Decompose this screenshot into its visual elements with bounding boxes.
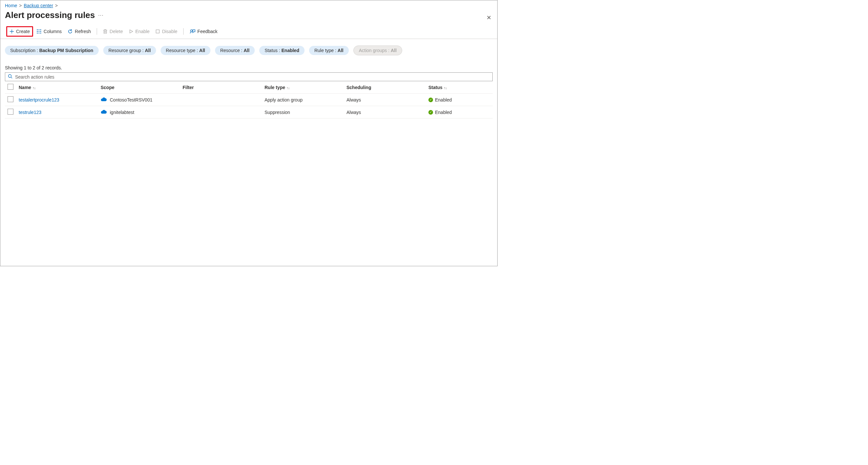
disable-button[interactable]: Disable bbox=[153, 28, 180, 35]
refresh-button[interactable]: Refresh bbox=[65, 28, 93, 35]
create-button[interactable]: Create bbox=[6, 26, 33, 37]
sort-icon: ↑↓ bbox=[286, 86, 289, 90]
sort-icon: ↑↓ bbox=[32, 86, 35, 90]
filter-value: All bbox=[338, 48, 344, 53]
table-header-row: Name↑↓ Scope Filter Rule type↑↓ Scheduli… bbox=[5, 81, 493, 94]
table-row[interactable]: testalertprocrule123 ContosoTestRSV001 A… bbox=[5, 94, 493, 106]
close-icon: ✕ bbox=[487, 14, 491, 21]
row-checkbox[interactable] bbox=[7, 109, 13, 114]
filter-rule-type[interactable]: Rule type : All bbox=[309, 46, 349, 55]
title-row: Alert processing rules ··· bbox=[0, 9, 497, 24]
feedback-label: Feedback bbox=[197, 29, 217, 34]
col-label: Name bbox=[19, 85, 31, 90]
filter-subscription[interactable]: Subscription : Backup PM Subscription bbox=[5, 46, 99, 55]
feedback-icon bbox=[189, 29, 195, 34]
rule-type-text: Apply action group bbox=[265, 97, 303, 102]
breadcrumb-backup-center[interactable]: Backup center bbox=[24, 3, 54, 8]
trash-icon bbox=[103, 29, 107, 34]
filter-value: All bbox=[145, 48, 151, 53]
scope-cell: ignitelabtest bbox=[101, 109, 177, 115]
status-text: Enabled bbox=[435, 97, 452, 102]
scope-text: ContosoTestRSV001 bbox=[110, 97, 152, 102]
col-label: Status bbox=[428, 85, 442, 90]
filter-value: All bbox=[199, 48, 205, 53]
svg-rect-0 bbox=[156, 30, 159, 33]
svg-point-2 bbox=[8, 75, 11, 77]
filter-value: Backup PM Subscription bbox=[39, 48, 93, 53]
filter-value: Enabled bbox=[282, 48, 299, 53]
close-button[interactable]: ✕ bbox=[487, 15, 491, 21]
scheduling-text: Always bbox=[346, 110, 361, 115]
filter-label: Action groups : bbox=[359, 48, 391, 53]
rule-name-link[interactable]: testrule123 bbox=[19, 110, 41, 115]
columns-label: Columns bbox=[43, 29, 62, 34]
cloud-resource-icon bbox=[101, 109, 107, 115]
play-icon bbox=[129, 29, 133, 34]
more-actions-button[interactable]: ··· bbox=[98, 12, 103, 18]
filter-label: Status : bbox=[265, 48, 281, 53]
filter-resource-group[interactable]: Resource group : All bbox=[103, 46, 156, 55]
filter-action-groups: Action groups : All bbox=[353, 45, 402, 55]
filter-bar: Subscription : Backup PM Subscription Re… bbox=[0, 39, 497, 59]
delete-label: Delete bbox=[110, 29, 123, 34]
col-header-scheduling[interactable]: Scheduling bbox=[344, 81, 426, 94]
filter-resource[interactable]: Resource : All bbox=[215, 46, 255, 55]
svg-point-1 bbox=[190, 30, 192, 32]
col-header-name[interactable]: Name↑↓ bbox=[16, 81, 98, 94]
filter-label: Resource : bbox=[220, 48, 244, 53]
search-bar[interactable] bbox=[5, 72, 493, 81]
feedback-button[interactable]: Feedback bbox=[187, 28, 220, 35]
filter-status[interactable]: Status : Enabled bbox=[259, 46, 305, 55]
chevron-right-icon: > bbox=[19, 3, 22, 8]
col-header-rule-type[interactable]: Rule type↑↓ bbox=[262, 81, 344, 94]
status-enabled-icon bbox=[428, 98, 433, 102]
enable-button[interactable]: Enable bbox=[126, 28, 152, 35]
filter-value: All bbox=[391, 48, 397, 53]
scheduling-text: Always bbox=[346, 97, 361, 102]
col-label: Scope bbox=[101, 85, 115, 90]
toolbar: Create Columns Refresh Delete Enable Dis… bbox=[0, 24, 497, 39]
filter-label: Subscription : bbox=[10, 48, 39, 53]
toolbar-divider bbox=[97, 28, 97, 35]
sort-icon: ↑↓ bbox=[444, 86, 447, 90]
filter-label: Resource group : bbox=[108, 48, 145, 53]
breadcrumb-home[interactable]: Home bbox=[5, 3, 17, 8]
page-title: Alert processing rules bbox=[5, 10, 95, 20]
status-enabled-icon bbox=[428, 110, 433, 114]
select-all-checkbox[interactable] bbox=[7, 84, 13, 90]
status-cell: Enabled bbox=[428, 110, 490, 115]
scope-cell: ContosoTestRSV001 bbox=[101, 97, 177, 103]
disable-label: Disable bbox=[162, 29, 177, 34]
refresh-icon bbox=[67, 29, 73, 34]
table-row[interactable]: testrule123 ignitelabtest Suppression Al… bbox=[5, 106, 493, 119]
rules-table: Name↑↓ Scope Filter Rule type↑↓ Scheduli… bbox=[5, 81, 493, 119]
filter-label: Resource type : bbox=[166, 48, 199, 53]
status-text: Enabled bbox=[435, 110, 452, 115]
row-checkbox[interactable] bbox=[7, 96, 13, 102]
stop-icon bbox=[155, 29, 160, 34]
col-header-filter[interactable]: Filter bbox=[180, 81, 262, 94]
col-label: Filter bbox=[183, 85, 194, 90]
enable-label: Enable bbox=[135, 29, 150, 34]
chevron-right-icon: > bbox=[55, 3, 58, 8]
cloud-resource-icon bbox=[101, 97, 107, 103]
filter-label: Rule type : bbox=[314, 48, 338, 53]
columns-icon bbox=[36, 29, 42, 34]
filter-resource-type[interactable]: Resource type : All bbox=[161, 46, 211, 55]
col-label: Scheduling bbox=[346, 85, 371, 90]
breadcrumb: Home > Backup center > bbox=[0, 0, 497, 9]
search-input[interactable] bbox=[15, 74, 490, 79]
col-label: Rule type bbox=[265, 85, 285, 90]
refresh-label: Refresh bbox=[75, 29, 91, 34]
plus-icon bbox=[9, 29, 14, 34]
rule-type-text: Suppression bbox=[265, 110, 290, 115]
toolbar-divider bbox=[183, 28, 184, 35]
create-label: Create bbox=[16, 29, 30, 34]
status-cell: Enabled bbox=[428, 97, 490, 102]
scope-text: ignitelabtest bbox=[110, 110, 134, 115]
delete-button[interactable]: Delete bbox=[100, 28, 125, 35]
col-header-scope[interactable]: Scope bbox=[98, 81, 180, 94]
rule-name-link[interactable]: testalertprocrule123 bbox=[19, 97, 59, 102]
col-header-status[interactable]: Status↑↓ bbox=[426, 81, 493, 94]
columns-button[interactable]: Columns bbox=[34, 28, 64, 35]
